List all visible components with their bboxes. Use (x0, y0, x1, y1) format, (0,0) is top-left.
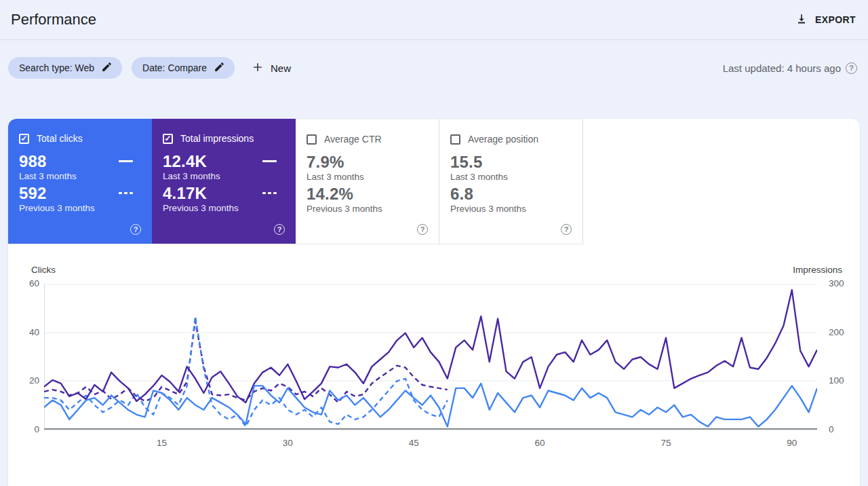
left-axis-tick: 40 (8, 327, 39, 337)
solid-line-legend-icon (119, 160, 133, 162)
filter-bar: Search type: Web Date: Compare New Last … (0, 40, 868, 79)
metric-cards-row: ✓ Total clicks 988 Last 3 months 592 Pre… (8, 119, 860, 244)
metric-secondary-value: 592 (19, 184, 47, 203)
right-axis-tick: 100 (823, 375, 860, 386)
left-axis-tick: 0 (8, 424, 39, 434)
checkbox-checked-icon[interactable]: ✓ (19, 134, 29, 144)
metric-primary-caption: Last 3 months (307, 172, 428, 182)
new-filter-button[interactable]: New (251, 60, 291, 76)
search-type-chip-label: Search type: Web (19, 62, 94, 73)
metric-secondary-value: 4.17K (163, 184, 207, 203)
metric-primary-value: 12.4K (163, 152, 207, 171)
metric-primary-value: 988 (19, 152, 47, 171)
metric-secondary-value: 6.8 (450, 185, 473, 204)
right-axis-tick: 300 (823, 278, 860, 288)
x-axis-tick: 75 (660, 438, 671, 448)
metric-secondary-caption: Previous 3 months (163, 203, 285, 213)
export-label: EXPORT (815, 14, 856, 25)
left-axis-tick: 20 (8, 375, 39, 386)
metric-secondary-caption: Previous 3 months (450, 204, 572, 214)
metric-card-total-clicks[interactable]: ✓ Total clicks 988 Last 3 months 592 Pre… (8, 119, 152, 244)
help-icon[interactable]: ? (274, 224, 285, 235)
performance-panel: ✓ Total clicks 988 Last 3 months 592 Pre… (8, 119, 860, 486)
metric-card-average-ctr[interactable]: Average CTR 7.9% Last 3 months 14.2% Pre… (296, 119, 439, 244)
checkbox-unchecked-icon[interactable] (450, 134, 460, 145)
new-filter-label: New (271, 62, 291, 74)
metric-secondary-value: 14.2% (307, 185, 353, 204)
help-icon[interactable]: ? (417, 224, 428, 235)
metric-card-label: Total clicks (37, 133, 83, 144)
metric-card-total-impressions[interactable]: ✓ Total impressions 12.4K Last 3 months … (152, 119, 296, 244)
chart-plot[interactable] (44, 284, 817, 430)
metric-primary-caption: Last 3 months (19, 171, 141, 181)
metric-primary-caption: Last 3 months (450, 172, 572, 182)
checkbox-unchecked-icon[interactable] (307, 134, 317, 145)
right-axis-tick: 0 (823, 424, 860, 434)
metric-secondary-caption: Previous 3 months (307, 204, 428, 214)
metric-primary-value: 15.5 (450, 153, 483, 172)
left-axis-tick: 60 (8, 278, 39, 288)
help-icon[interactable]: ? (846, 62, 857, 74)
edit-pencil-icon (214, 61, 225, 75)
dashed-line-legend-icon (262, 192, 277, 194)
metric-primary-value: 7.9% (307, 153, 344, 172)
right-axis-tick: 200 (823, 327, 860, 337)
metric-card-label: Average position (468, 134, 538, 145)
metric-card-average-position[interactable]: Average position 15.5 Last 3 months 6.8 … (439, 119, 583, 244)
download-icon (795, 12, 808, 28)
x-axis-tick: 60 (535, 438, 545, 448)
x-axis-tick: 15 (157, 438, 167, 448)
edit-pencil-icon (101, 61, 113, 75)
date-chip[interactable]: Date: Compare (132, 57, 235, 79)
metric-secondary-caption: Previous 3 months (19, 203, 141, 213)
metric-card-label: Total impressions (180, 133, 254, 144)
checkbox-checked-icon[interactable]: ✓ (163, 134, 173, 144)
solid-line-legend-icon (262, 160, 277, 162)
help-icon[interactable]: ? (561, 224, 572, 235)
search-type-chip[interactable]: Search type: Web (8, 57, 122, 79)
x-axis-labels: 153045607590 (44, 438, 817, 451)
page-title: Performance (11, 11, 96, 29)
x-axis-tick: 30 (283, 438, 293, 448)
help-icon[interactable]: ? (130, 224, 141, 235)
x-axis-tick: 45 (409, 438, 419, 448)
dashed-line-legend-icon (119, 192, 133, 194)
metric-primary-caption: Last 3 months (163, 171, 285, 181)
last-updated-text: Last updated: 4 hours ago ? (723, 62, 857, 74)
x-axis-tick: 90 (787, 438, 797, 448)
last-updated-label: Last updated: 4 hours ago (723, 62, 841, 74)
performance-chart: Clicks Impressions 60402003002001000 153… (8, 265, 860, 468)
series-impressions-previous-3-months (44, 321, 448, 403)
right-axis-title: Impressions (793, 265, 842, 275)
chart-lines (44, 284, 817, 430)
series-impressions-last-3-months (44, 290, 817, 403)
date-chip-label: Date: Compare (142, 62, 207, 73)
left-axis-title: Clicks (31, 265, 56, 275)
metric-card-label: Average CTR (324, 134, 382, 145)
plus-icon (251, 60, 264, 76)
page-header: Performance EXPORT (0, 0, 868, 40)
export-button[interactable]: EXPORT (795, 12, 856, 28)
